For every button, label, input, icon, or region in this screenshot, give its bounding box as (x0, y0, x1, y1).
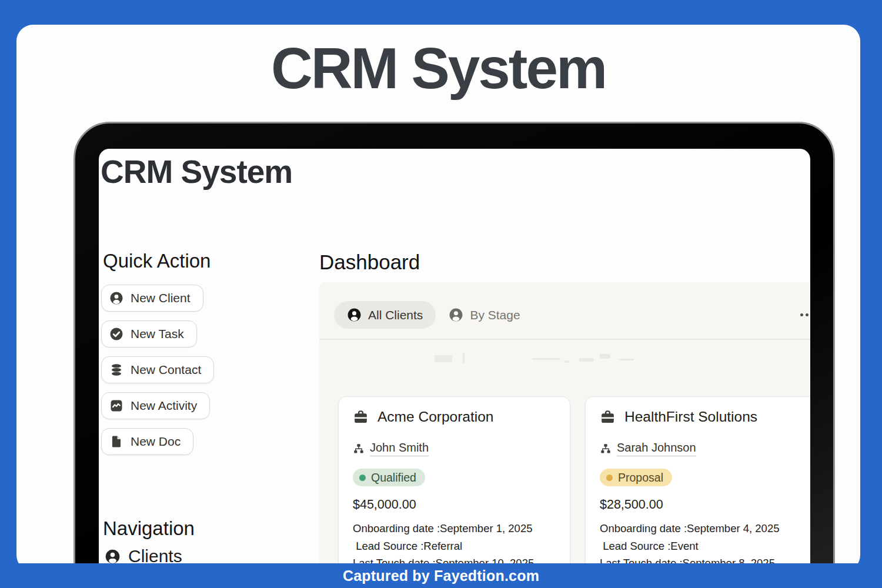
dashboard-heading: Dashboard (319, 250, 420, 274)
person-circle-icon (105, 549, 121, 564)
person-circle-icon (347, 308, 362, 322)
database-icon (109, 363, 123, 377)
ellipsis-icon (800, 313, 803, 316)
app-title: CRM System (101, 153, 292, 191)
view-tabs: All Clients By Stage (334, 301, 533, 329)
org-chart-icon (353, 443, 365, 455)
company-name: HealthFirst Solutions (624, 409, 757, 425)
briefcase-icon (353, 409, 369, 425)
onboarding-date: Onboarding date :September 4, 2025 (600, 520, 800, 537)
person-circle-icon (109, 291, 123, 305)
more-options-button[interactable] (800, 313, 810, 316)
client-card-healthfirst[interactable]: HealthFirst Solutions Sarah Johnson Prop… (585, 396, 810, 572)
tablet-screen: CRM System Quick Action New Client New T… (99, 149, 810, 572)
new-doc-button[interactable]: New Doc (101, 428, 193, 455)
button-label: New Contact (131, 363, 201, 377)
ellipsis-icon (806, 313, 808, 316)
stage-badge: Qualified (353, 469, 425, 486)
stage-badge: Proposal (600, 469, 672, 486)
contact-link[interactable]: Sarah Johnson (617, 441, 696, 456)
activity-chart-icon (109, 399, 123, 413)
navigation-heading: Navigation (103, 517, 195, 540)
client-cards: Acme Corporation John Smith Qualified $4… (338, 396, 810, 572)
page-title: CRM System (16, 35, 860, 102)
button-label: New Activity (131, 399, 197, 413)
button-label: New Doc (131, 435, 181, 449)
watermark-bar: Captured by Fayedtion.com (0, 563, 882, 588)
poster-card: CRM System CRM System Quick Action New C… (16, 25, 860, 572)
deal-amount: $28,500.00 (600, 497, 803, 512)
lead-source: Lead Source :Event (600, 537, 800, 555)
new-task-button[interactable]: New Task (101, 320, 197, 348)
contact-link[interactable]: John Smith (370, 441, 429, 456)
lead-source: Lead Source :Referral (353, 537, 553, 555)
tab-all-clients[interactable]: All Clients (334, 301, 436, 329)
onboarding-date: Onboarding date :September 1, 2025 (353, 520, 553, 537)
stage-label: Qualified (371, 471, 416, 485)
org-chart-icon (600, 443, 612, 455)
new-client-button[interactable]: New Client (101, 285, 203, 312)
watermark-text: Captured by Fayedtion.com (343, 567, 539, 584)
check-circle-icon (109, 327, 123, 341)
stage-dot-icon (359, 475, 366, 481)
client-card-acme[interactable]: Acme Corporation John Smith Qualified $4… (338, 396, 570, 572)
divider (319, 339, 810, 340)
tablet-frame: CRM System Quick Action New Client New T… (74, 122, 835, 572)
briefcase-icon (600, 409, 616, 425)
tab-by-stage[interactable]: By Stage (436, 301, 533, 329)
company-name: Acme Corporation (377, 409, 493, 425)
deal-amount: $45,000.00 (353, 497, 556, 512)
button-label: New Client (131, 291, 191, 305)
document-icon (109, 435, 123, 449)
quick-action-heading: Quick Action (103, 250, 211, 272)
person-circle-icon (449, 308, 463, 322)
new-contact-button[interactable]: New Contact (101, 356, 214, 383)
stage-dot-icon (606, 475, 613, 481)
tab-label: By Stage (470, 308, 520, 322)
stage-label: Proposal (618, 471, 663, 485)
dashboard-panel: All Clients By Stage (319, 282, 810, 572)
tab-label: All Clients (368, 308, 423, 322)
button-label: New Task (131, 327, 184, 341)
new-activity-button[interactable]: New Activity (101, 392, 210, 419)
